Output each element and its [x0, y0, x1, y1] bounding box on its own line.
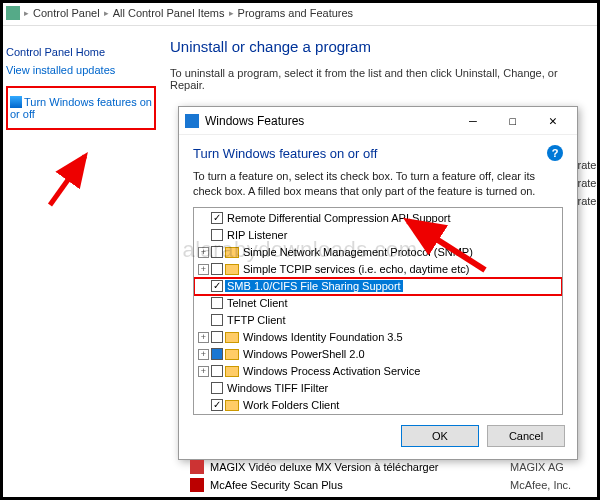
- windows-features-icon: [185, 114, 199, 128]
- feature-checkbox[interactable]: [211, 246, 223, 258]
- feature-label: Work Folders Client: [241, 399, 341, 411]
- dialog-description: To turn a feature on, select its check b…: [193, 169, 563, 199]
- feature-label: Windows Identity Foundation 3.5: [241, 331, 405, 343]
- main-content: Uninstall or change a program To uninsta…: [170, 38, 594, 105]
- breadcrumb: ▸ Control Panel ▸ All Control Panel Item…: [0, 0, 600, 26]
- feature-checkbox[interactable]: [211, 280, 223, 292]
- feature-label: Remote Differential Compression API Supp…: [225, 212, 453, 224]
- feature-checkbox[interactable]: [211, 365, 223, 377]
- feature-checkbox[interactable]: [211, 297, 223, 309]
- maximize-button[interactable]: ☐: [493, 109, 533, 133]
- expand-icon[interactable]: +: [198, 349, 209, 360]
- close-button[interactable]: ✕: [533, 109, 573, 133]
- feature-item[interactable]: Remote Differential Compression API Supp…: [194, 210, 562, 227]
- feature-checkbox[interactable]: [211, 314, 223, 326]
- folder-icon: [225, 247, 239, 258]
- feature-label: Windows Process Activation Service: [241, 365, 422, 377]
- expand-icon[interactable]: +: [198, 247, 209, 258]
- sidebar-view-updates[interactable]: View installed updates: [6, 64, 156, 76]
- feature-checkbox[interactable]: [211, 382, 223, 394]
- page-title: Uninstall or change a program: [170, 38, 594, 55]
- feature-checkbox[interactable]: [211, 331, 223, 343]
- chevron-right-icon[interactable]: ▸: [229, 8, 234, 18]
- feature-checkbox[interactable]: [211, 399, 223, 411]
- feature-item[interactable]: Windows TIFF IFilter: [194, 380, 562, 397]
- sidebar-home[interactable]: Control Panel Home: [6, 46, 156, 58]
- feature-label: Simple Network Management Protocol (SNMP…: [241, 246, 475, 258]
- feature-item[interactable]: +Windows PowerShell 2.0: [194, 346, 562, 363]
- feature-item[interactable]: Telnet Client: [194, 295, 562, 312]
- crumb-control-panel[interactable]: Control Panel: [33, 7, 100, 19]
- folder-icon: [225, 264, 239, 275]
- windows-features-dialog: Windows Features — ☐ ✕ Turn Windows feat…: [178, 106, 578, 460]
- ok-button[interactable]: OK: [401, 425, 479, 447]
- feature-item[interactable]: RIP Listener: [194, 227, 562, 244]
- crumb-programs-features[interactable]: Programs and Features: [238, 7, 354, 19]
- help-icon[interactable]: ?: [547, 145, 563, 161]
- control-panel-icon: [6, 6, 20, 20]
- expand-icon[interactable]: +: [198, 264, 209, 275]
- folder-icon: [225, 332, 239, 343]
- feature-label: RIP Listener: [225, 229, 289, 241]
- minimize-button[interactable]: —: [453, 109, 493, 133]
- svg-line-0: [50, 156, 85, 205]
- feature-label: TFTP Client: [225, 314, 287, 326]
- dialog-titlebar[interactable]: Windows Features — ☐ ✕: [179, 107, 577, 135]
- crumb-all-items[interactable]: All Control Panel Items: [113, 7, 225, 19]
- sidebar: Control Panel Home View installed update…: [6, 40, 156, 130]
- chevron-right-icon[interactable]: ▸: [104, 8, 109, 18]
- folder-icon: [225, 349, 239, 360]
- feature-checkbox[interactable]: [211, 263, 223, 275]
- shield-icon: [10, 96, 22, 108]
- sidebar-turn-features[interactable]: Turn Windows features on or off: [10, 96, 152, 120]
- feature-label: Windows TIFF IFilter: [225, 382, 330, 394]
- feature-item[interactable]: Work Folders Client: [194, 397, 562, 414]
- feature-checkbox[interactable]: [211, 229, 223, 241]
- expand-icon[interactable]: +: [198, 366, 209, 377]
- feature-checkbox[interactable]: [211, 348, 223, 360]
- feature-item[interactable]: +Simple TCPIP services (i.e. echo, dayti…: [194, 261, 562, 278]
- program-row[interactable]: MAGIX Vidéo deluxe MX Version à téléchar…: [190, 458, 590, 476]
- feature-item[interactable]: +Windows Process Activation Service: [194, 363, 562, 380]
- features-tree[interactable]: Remote Differential Compression API Supp…: [193, 207, 563, 415]
- sidebar-turn-features-highlight: Turn Windows features on or off: [6, 86, 156, 130]
- annotation-arrow: [40, 150, 100, 212]
- feature-label: Windows PowerShell 2.0: [241, 348, 367, 360]
- dialog-title: Windows Features: [205, 114, 453, 128]
- feature-item[interactable]: SMB 1.0/CIFS File Sharing Support: [194, 278, 562, 295]
- feature-item[interactable]: +Simple Network Management Protocol (SNM…: [194, 244, 562, 261]
- feature-item[interactable]: +Windows Identity Foundation 3.5: [194, 329, 562, 346]
- feature-label: Simple TCPIP services (i.e. echo, daytim…: [241, 263, 471, 275]
- feature-label: Telnet Client: [225, 297, 290, 309]
- folder-icon: [225, 400, 239, 411]
- program-row[interactable]: McAfee Security Scan Plus McAfee, Inc.: [190, 476, 590, 494]
- dialog-heading: Turn Windows features on or off ?: [193, 145, 563, 161]
- feature-item[interactable]: TFTP Client: [194, 312, 562, 329]
- feature-label: SMB 1.0/CIFS File Sharing Support: [225, 280, 403, 292]
- page-subtitle: To uninstall a program, select it from t…: [170, 67, 594, 91]
- feature-checkbox[interactable]: [211, 212, 223, 224]
- program-icon: [190, 460, 204, 474]
- installed-programs-visible: MAGIX Vidéo deluxe MX Version à téléchar…: [190, 458, 590, 494]
- program-icon: [190, 478, 204, 492]
- folder-icon: [225, 366, 239, 377]
- chevron-right-icon[interactable]: ▸: [24, 8, 29, 18]
- cancel-button[interactable]: Cancel: [487, 425, 565, 447]
- expand-icon[interactable]: +: [198, 332, 209, 343]
